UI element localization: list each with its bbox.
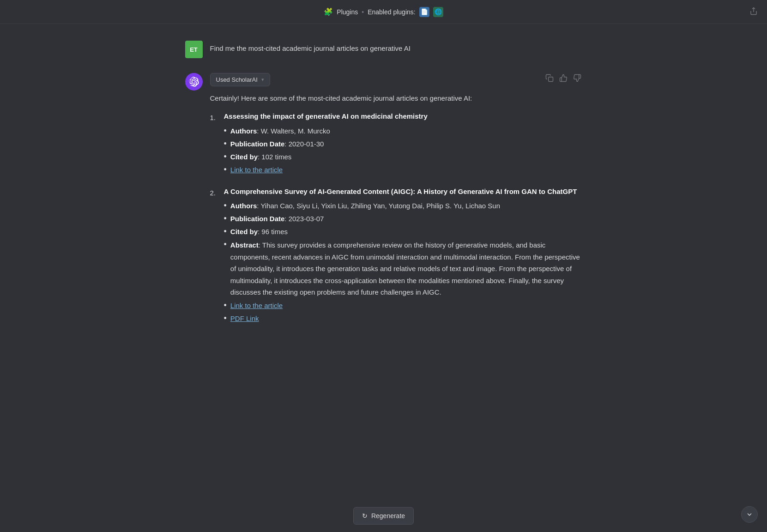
detail-abstract-text: Abstract: This survey provides a compreh… [230,239,582,298]
article-number-1: 1. [210,111,220,177]
user-text: Find me the most-cited academic journal … [210,41,411,54]
bullet-icon: • [224,313,227,324]
bullet-icon: • [224,300,227,311]
bullet-icon: • [224,151,227,162]
detail-pubdate-2: • Publication Date: 2023-03-07 [224,213,582,224]
article-number-2: 2. [210,187,220,326]
pdf-link-2[interactable]: PDF Link [230,313,259,324]
separator: • [362,8,364,16]
bullet-icon: • [224,226,227,237]
copy-button[interactable] [544,73,555,83]
regenerate-label: Regenerate [371,512,405,520]
regenerate-button[interactable]: ↻ Regenerate [353,507,414,525]
plugins-label: Plugins [337,8,358,16]
ai-response-text: Certainly! Here are some of the most-cit… [210,93,582,326]
label-authors: Authors [230,202,257,210]
detail-link-1[interactable]: • Link to the article [224,164,582,175]
bullet-icon: • [224,139,227,149]
ai-message: Used ScholarAI ▾ Certainly! Here are som… [176,66,592,343]
article-link-1[interactable]: Link to the article [230,164,283,175]
user-message: ET Find me the most-cited academic journ… [176,33,592,66]
top-bar-center: 🧩 Plugins • Enabled plugins: 📄 🌐 [324,7,443,17]
bottom-bar: ↻ Regenerate [0,500,767,532]
detail-abstract-2: • Abstract: This survey provides a compr… [224,239,582,298]
messages-container: ET Find me the most-cited academic journ… [176,24,592,352]
top-bar: 🧩 Plugins • Enabled plugins: 📄 🌐 [0,0,767,24]
detail-text: Authors: W. Walters, M. Murcko [230,126,330,137]
detail-cited-1: • Cited by: 102 times [224,151,582,163]
article-link-2[interactable]: Link to the article [230,300,283,311]
label-cited: Cited by [230,228,258,236]
label-pubdate: Publication Date [230,140,285,148]
detail-cited-2: • Cited by: 96 times [224,226,582,237]
chevron-down-icon: ▾ [261,77,264,83]
bullet-icon: • [224,164,227,175]
bullet-icon: • [224,213,227,224]
plugin1-badge: 📄 [419,7,429,17]
plugin2-badge: 🌐 [433,7,443,17]
label-authors: Authors [230,127,257,135]
thumbs-up-button[interactable] [558,73,568,83]
article-item-1: 1. Assessing the impact of generative AI… [210,111,582,177]
article-title-1: Assessing the impact of generative AI on… [224,111,582,122]
bullet-icon: • [224,126,227,136]
bullet-icon: • [224,200,227,211]
regenerate-icon: ↻ [362,512,368,520]
label-cited: Cited by [230,153,258,161]
label-pubdate: Publication Date [230,215,285,223]
detail-link-2[interactable]: • Link to the article [224,300,582,311]
svg-rect-1 [548,77,553,82]
detail-text: Cited by: 96 times [230,226,288,237]
detail-text: Publication Date: 2020-01-30 [230,139,324,150]
ai-action-buttons [544,73,582,83]
ai-content: Used ScholarAI ▾ Certainly! Here are som… [210,73,582,335]
enabled-label: Enabled plugins: [368,8,416,16]
ai-avatar [185,73,203,91]
detail-pubdate-1: • Publication Date: 2020-01-30 [224,139,582,150]
user-avatar: ET [185,41,203,58]
article-body-1: Assessing the impact of generative AI on… [224,111,582,177]
article-body-2: A Comprehensive Survey of AI-Generated C… [224,187,582,326]
article-details-1: • Authors: W. Walters, M. Murcko • Publi… [224,126,582,175]
article-list: 1. Assessing the impact of generative AI… [210,111,582,326]
thumbs-down-button[interactable] [572,73,582,83]
article-details-2: • Authors: Yihan Cao, Siyu Li, Yixin Liu… [224,200,582,324]
article-item-2: 2. A Comprehensive Survey of AI-Generate… [210,187,582,326]
intro-text: Certainly! Here are some of the most-cit… [210,93,582,104]
bullet-icon: • [224,239,227,250]
detail-pdflink-2[interactable]: • PDF Link [224,313,582,324]
detail-authors-2: • Authors: Yihan Cao, Siyu Li, Yixin Liu… [224,200,582,212]
detail-authors-1: • Authors: W. Walters, M. Murcko [224,126,582,137]
scroll-bottom-button[interactable] [741,506,758,523]
article-title-2: A Comprehensive Survey of AI-Generated C… [224,187,582,197]
detail-text: Authors: Yihan Cao, Siyu Li, Yixin Liu, … [230,200,500,212]
plugin-dropdown[interactable]: Used ScholarAI ▾ [210,73,270,86]
puzzle-icon: 🧩 [324,7,333,16]
detail-text: Publication Date: 2023-03-07 [230,213,324,224]
share-button[interactable] [749,7,758,17]
label-abstract: Abstract [230,241,259,249]
detail-text: Cited by: 102 times [230,151,292,163]
plugin-dropdown-label: Used ScholarAI [216,76,258,83]
